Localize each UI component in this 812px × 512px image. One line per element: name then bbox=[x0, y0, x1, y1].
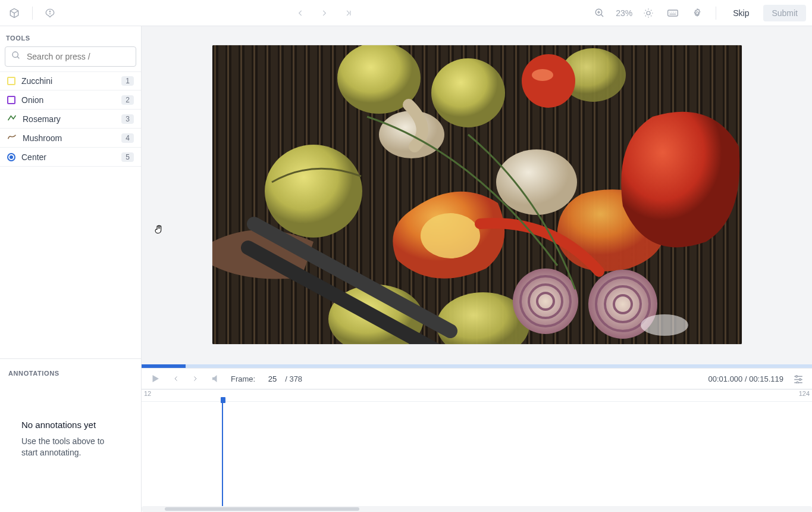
tool-item-center[interactable]: Center5 bbox=[0, 148, 141, 167]
svg-point-0 bbox=[49, 11, 51, 12]
svg-point-20 bbox=[421, 213, 480, 258]
empty-title: No annotations yet bbox=[21, 420, 120, 430]
time-display: 00:01.000 / 00:15.119 bbox=[708, 374, 783, 383]
nav-end-icon[interactable] bbox=[341, 7, 356, 20]
tool-label: Center bbox=[21, 152, 46, 162]
svg-point-5 bbox=[12, 52, 18, 57]
nav-next-icon[interactable] bbox=[318, 7, 331, 20]
svg-point-16 bbox=[522, 54, 575, 108]
zoom-in-icon[interactable] bbox=[592, 5, 607, 21]
svg-point-11 bbox=[431, 58, 505, 127]
svg-point-17 bbox=[532, 69, 553, 81]
zoom-percent: 23% bbox=[616, 8, 632, 18]
ruler-end: 124 bbox=[799, 390, 810, 397]
svg-point-19 bbox=[496, 149, 577, 215]
timeline-scrollbar[interactable] bbox=[142, 506, 812, 512]
box-swatch-icon bbox=[7, 77, 15, 85]
svg-point-4 bbox=[696, 11, 699, 14]
search-input[interactable] bbox=[26, 51, 132, 62]
global-progress[interactable] bbox=[142, 364, 812, 368]
frame-input[interactable] bbox=[262, 374, 278, 384]
tools-section-label: TOOLS bbox=[0, 26, 141, 46]
video-frame-image[interactable] bbox=[212, 45, 742, 344]
svg-point-2 bbox=[647, 11, 650, 15]
timeline-settings-icon[interactable] bbox=[791, 371, 806, 386]
svg-point-21 bbox=[513, 269, 578, 334]
logo-cube-icon[interactable] bbox=[6, 5, 23, 21]
ruler-start: 12 bbox=[144, 390, 151, 397]
scrollbar-thumb[interactable] bbox=[165, 507, 359, 511]
play-button[interactable] bbox=[148, 371, 163, 386]
tool-item-onion[interactable]: Onion2 bbox=[0, 90, 141, 110]
freehand-icon bbox=[7, 133, 17, 143]
tool-item-zucchini[interactable]: Zucchini1 bbox=[0, 71, 141, 90]
divider bbox=[32, 7, 33, 20]
polyline-icon bbox=[7, 114, 17, 124]
playhead[interactable] bbox=[222, 397, 223, 506]
search-icon bbox=[11, 51, 21, 63]
divider bbox=[716, 7, 716, 20]
tool-label: Zucchini bbox=[21, 76, 52, 86]
tool-label: Mushroom bbox=[23, 133, 62, 143]
submit-button: Submit bbox=[763, 5, 806, 21]
annotations-section-label: ANNOTATIONS bbox=[8, 370, 133, 377]
next-frame-button[interactable] bbox=[189, 373, 201, 385]
svg-point-13 bbox=[265, 145, 362, 238]
tool-label: Rosemary bbox=[23, 114, 61, 124]
svg-rect-3 bbox=[668, 10, 678, 16]
tool-hotkey: 2 bbox=[121, 95, 134, 105]
tool-hotkey: 3 bbox=[121, 114, 134, 124]
empty-subtitle: Use the tools above to start annotating. bbox=[21, 436, 120, 458]
frame-total: / 378 bbox=[285, 374, 302, 383]
tool-hotkey: 5 bbox=[121, 152, 134, 162]
tool-hotkey: 1 bbox=[121, 76, 134, 86]
svg-point-32 bbox=[797, 382, 798, 383]
canvas-area[interactable] bbox=[142, 26, 812, 364]
svg-point-31 bbox=[800, 379, 801, 380]
brightness-icon[interactable] bbox=[641, 5, 656, 21]
annotations-empty-state: No annotations yet Use the tools above t… bbox=[8, 420, 133, 458]
volume-icon[interactable] bbox=[208, 371, 224, 386]
pan-hand-cursor-icon bbox=[153, 224, 164, 237]
tool-list: Zucchini1Onion2Rosemary3Mushroom4Center5 bbox=[0, 71, 141, 167]
playback-controls: Frame: / 378 00:01.000 / 00:15.119 bbox=[142, 368, 812, 389]
svg-point-30 bbox=[796, 376, 798, 377]
tool-item-rosemary[interactable]: Rosemary3 bbox=[0, 110, 141, 129]
tool-hotkey: 4 bbox=[121, 133, 134, 143]
svg-point-29 bbox=[641, 314, 688, 336]
tool-label: Onion bbox=[21, 95, 43, 105]
topbar: 23% Skip Submit bbox=[0, 0, 812, 26]
info-icon[interactable] bbox=[42, 5, 58, 21]
sidebar: TOOLS Zucchini1Onion2Rosemary3Mushroom4C… bbox=[0, 26, 142, 512]
tool-item-mushroom[interactable]: Mushroom4 bbox=[0, 129, 141, 148]
main-panel: Frame: / 378 00:01.000 / 00:15.119 12 12… bbox=[142, 26, 812, 512]
keyboard-icon[interactable] bbox=[664, 6, 681, 20]
timeline[interactable]: 12 124 bbox=[142, 389, 812, 512]
frame-label: Frame: bbox=[231, 374, 255, 383]
point-icon bbox=[7, 153, 15, 161]
skip-button[interactable]: Skip bbox=[727, 5, 755, 21]
nav-prev-icon[interactable] bbox=[294, 7, 307, 20]
tool-search[interactable] bbox=[5, 46, 136, 67]
box-swatch-icon bbox=[7, 96, 15, 104]
prev-frame-button[interactable] bbox=[170, 373, 182, 385]
settings-gear-icon[interactable] bbox=[689, 5, 705, 21]
